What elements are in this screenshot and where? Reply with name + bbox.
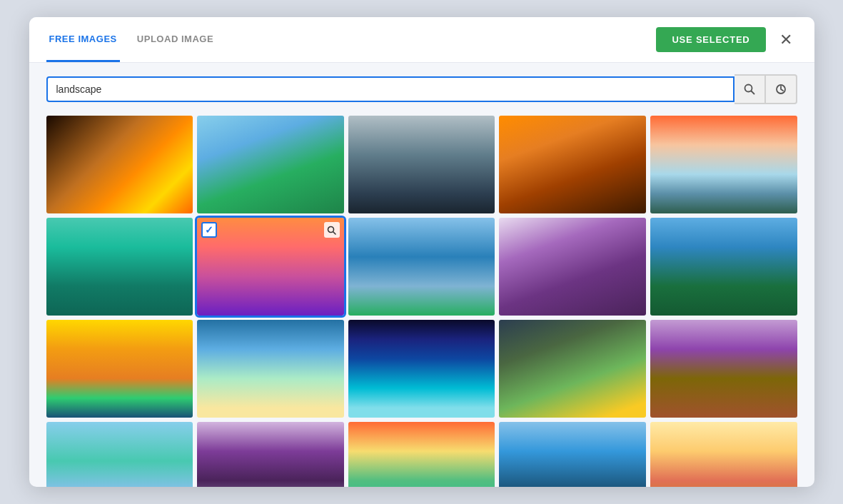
image-item[interactable] (46, 116, 193, 213)
image-item[interactable] (650, 320, 797, 418)
image-grid: ✓ (29, 116, 814, 487)
search-input[interactable] (56, 84, 725, 95)
image-item[interactable] (650, 116, 797, 213)
image-item[interactable] (197, 422, 344, 487)
search-icon (744, 84, 755, 95)
use-selected-button[interactable]: USE SELECTED (656, 27, 765, 52)
search-input-wrapper (46, 76, 735, 102)
image-item[interactable] (348, 320, 495, 418)
image-item[interactable] (499, 422, 646, 487)
tab-bar: FREE IMAGES UPLOAD IMAGE (46, 17, 231, 62)
svg-line-4 (333, 231, 335, 233)
search-section (29, 63, 814, 116)
tab-free-images[interactable]: FREE IMAGES (46, 17, 120, 62)
checkbox-icon: ✓ (201, 222, 217, 238)
close-button[interactable]: ✕ (774, 29, 797, 51)
header-actions: USE SELECTED ✕ (656, 27, 797, 52)
zoom-icon[interactable] (324, 222, 340, 238)
svg-line-1 (751, 91, 754, 94)
image-picker-modal: FREE IMAGES UPLOAD IMAGE USE SELECTED ✕ (29, 17, 814, 487)
history-icon (775, 84, 787, 95)
search-button[interactable] (735, 74, 766, 104)
image-item[interactable] (348, 422, 495, 487)
image-item[interactable] (499, 116, 646, 213)
image-item[interactable] (650, 422, 797, 487)
image-item[interactable] (46, 320, 193, 418)
image-item[interactable] (499, 218, 646, 316)
search-bar (46, 74, 797, 104)
image-item[interactable] (46, 422, 193, 487)
modal-header: FREE IMAGES UPLOAD IMAGE USE SELECTED ✕ (29, 17, 814, 63)
image-item[interactable] (197, 116, 344, 213)
image-item[interactable] (46, 218, 193, 316)
image-item[interactable] (650, 218, 797, 316)
image-item[interactable] (197, 320, 344, 418)
image-item[interactable] (499, 320, 646, 418)
image-item[interactable]: ✓ (197, 218, 344, 316)
image-item[interactable] (348, 116, 495, 213)
search-history-button[interactable] (766, 74, 797, 104)
image-item[interactable] (348, 218, 495, 316)
tab-upload-image[interactable]: UPLOAD IMAGE (134, 17, 216, 62)
image-overlay: ✓ (197, 218, 344, 316)
